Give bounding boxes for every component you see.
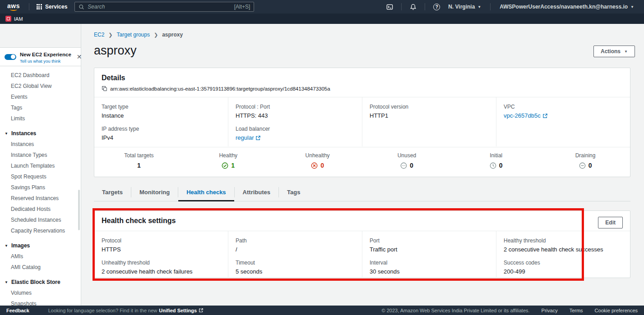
health-check-settings-title: Health check settings — [102, 217, 176, 225]
tab-bar: Targets Monitoring Health checks Attribu… — [94, 185, 630, 201]
privacy-link[interactable]: Privacy — [542, 308, 558, 313]
sidebar-item-dedicated-hosts[interactable]: Dedicated Hosts — [0, 204, 81, 215]
field-protocol-port: Protocol : Port HTTPS: 443 — [236, 104, 355, 119]
tab-health-checks[interactable]: Health checks — [178, 185, 234, 201]
unused-count: Unused 0 — [362, 147, 451, 177]
sidebar-item-instance-types[interactable]: Instance Types — [0, 150, 81, 160]
aws-smile-icon — [10, 8, 17, 11]
sidebar-item-instances[interactable]: Instances — [0, 139, 81, 150]
search-shortcut: [Alt+S] — [234, 4, 250, 10]
aws-console-window: aws Services [Alt+S] ? N. Vi — [0, 0, 644, 315]
copy-icon[interactable] — [102, 86, 107, 91]
breadcrumb-current: asproxy — [162, 32, 183, 38]
sidebar-item-scheduled-instances[interactable]: Scheduled Instances — [0, 215, 81, 225]
breadcrumb-target-groups[interactable]: Target groups — [117, 32, 150, 38]
search-bar[interactable]: [Alt+S] — [74, 2, 254, 12]
sidebar-section-elastic-block-store[interactable]: ▼ Elastic Block Store — [0, 277, 81, 288]
load-balancer-link[interactable]: regular — [236, 134, 261, 141]
health-check-settings-panel: Health check settings Edit Protocol HTTP… — [94, 210, 630, 278]
unused-ellipsis-icon — [400, 162, 407, 169]
chevron-right-icon: ❯ — [154, 32, 158, 38]
help-icon: ? — [433, 4, 440, 10]
external-link-icon — [542, 113, 548, 119]
cloudshell-terminal-icon — [386, 4, 393, 10]
sidebar-item-savings-plans[interactable]: Savings Plans — [0, 182, 81, 193]
account-label: AWSPowerUserAccess/navaneeth.kn@harness.… — [500, 4, 628, 10]
field-protocol: Protocol HTTPS — [102, 237, 221, 253]
sidebar-section-instances[interactable]: ▼ Instances — [0, 128, 81, 139]
sidebar-item-spot-requests[interactable]: Spot Requests — [0, 171, 81, 182]
triangle-down-icon: ▼ — [5, 280, 8, 284]
triangle-down-icon: ▼ — [5, 132, 8, 136]
sidebar-scrollbar[interactable] — [78, 190, 80, 230]
target-totals-row: Total targets 1 Healthy 1 Unhealthy 0 — [94, 147, 630, 177]
vpc-link[interactable]: vpc-2657db5c — [504, 112, 548, 119]
close-icon[interactable]: ✕ — [75, 52, 84, 61]
services-grid-icon — [37, 4, 42, 9]
edit-button[interactable]: Edit — [598, 217, 623, 228]
sidebar-item-reserved-instances[interactable]: Reserved Instances — [0, 193, 81, 204]
region-label: N. Virginia — [448, 4, 475, 10]
tab-attributes[interactable]: Attributes — [235, 185, 278, 201]
initial-clock-icon — [490, 162, 496, 169]
sidebar-item-limits[interactable]: Limits — [0, 113, 81, 124]
healthy-check-icon — [222, 162, 228, 169]
sidebar-item-amis[interactable]: AMIs — [0, 251, 81, 262]
details-title: Details — [102, 74, 623, 82]
breadcrumb-ec2[interactable]: EC2 — [94, 32, 104, 38]
health-check-fields: Protocol HTTPS Unhealthy threshold 2 con… — [94, 231, 630, 278]
notifications-button[interactable] — [406, 4, 420, 10]
region-selector[interactable]: N. Virginia ▼ — [444, 4, 486, 10]
favorite-iam-label: IAM — [14, 16, 23, 22]
sidebar-item-ec2-dashboard[interactable]: EC2 Dashboard — [0, 70, 81, 81]
search-input[interactable] — [88, 4, 234, 10]
tab-targets[interactable]: Targets — [94, 185, 131, 201]
account-menu[interactable]: AWSPowerUserAccess/navaneeth.kn@harness.… — [495, 4, 639, 10]
terms-link[interactable]: Terms — [570, 308, 583, 313]
new-experience-title: New EC2 Experience — [20, 52, 71, 57]
cookie-preferences-link[interactable]: Cookie preferences — [595, 308, 638, 313]
actions-button[interactable]: Actions ▼ — [593, 46, 635, 57]
tab-monitoring[interactable]: Monitoring — [131, 185, 178, 201]
help-button[interactable]: ? — [430, 4, 444, 10]
iam-icon — [5, 16, 11, 22]
external-link-icon — [199, 308, 204, 313]
total-targets: Total targets 1 — [94, 147, 184, 177]
sidebar-item-tags[interactable]: Tags — [0, 102, 81, 113]
field-interval: Interval 30 seconds — [370, 260, 489, 275]
unified-settings-link[interactable]: Unified Settings — [159, 308, 197, 313]
top-navigation: aws Services [Alt+S] ? N. Vi — [0, 0, 644, 14]
field-vpc: VPC vpc-2657db5c — [504, 104, 623, 119]
language-hint: Looking for language selection? Find it … — [48, 308, 204, 313]
sidebar-item-events[interactable]: Events — [0, 91, 81, 102]
new-experience-toggle[interactable] — [5, 54, 16, 60]
unhealthy-count: Unhealthy 0 — [273, 147, 362, 177]
sidebar-item-launch-templates[interactable]: Launch Templates — [0, 160, 81, 171]
main-content: EC2 ❯ Target groups ❯ asproxy asproxy Ac… — [81, 24, 644, 306]
sidebar-section-images[interactable]: ▼ Images — [0, 240, 81, 251]
new-experience-feedback-link[interactable]: Tell us what you think — [20, 59, 71, 64]
field-timeout: Timeout 5 seconds — [236, 260, 355, 275]
sidebar-navigation: EC2 Dashboard EC2 Global View Events Tag… — [0, 66, 81, 309]
field-success-codes: Success codes 200-499 — [504, 260, 623, 275]
unhealthy-x-icon — [311, 162, 318, 169]
sidebar-item-ec2-global-view[interactable]: EC2 Global View — [0, 81, 81, 91]
sidebar: New EC2 Experience Tell us what you thin… — [0, 24, 81, 306]
tab-tags[interactable]: Tags — [279, 185, 308, 201]
services-menu-button[interactable]: Services — [34, 4, 70, 10]
initial-count: Initial 0 — [451, 147, 541, 177]
divider — [401, 3, 402, 10]
aws-logo[interactable]: aws — [5, 2, 24, 11]
field-load-balancer: Load balancer regular — [236, 126, 355, 141]
cloudshell-button[interactable] — [383, 4, 397, 10]
sidebar-item-capacity-reservations[interactable]: Capacity Reservations — [0, 225, 81, 236]
field-path: Path / — [236, 237, 355, 253]
favorite-iam[interactable]: IAM — [5, 16, 23, 22]
feedback-button[interactable]: Feedback — [6, 308, 29, 313]
healthy-count: Healthy 1 — [184, 147, 273, 177]
sidebar-item-ami-catalog[interactable]: AMI Catalog — [0, 262, 81, 273]
chevron-right-icon: ❯ — [108, 32, 112, 38]
details-fields: Target type Instance IP address type IPv… — [94, 97, 630, 146]
sidebar-item-volumes[interactable]: Volumes — [0, 288, 81, 298]
new-experience-panel: New EC2 Experience Tell us what you thin… — [0, 47, 81, 66]
